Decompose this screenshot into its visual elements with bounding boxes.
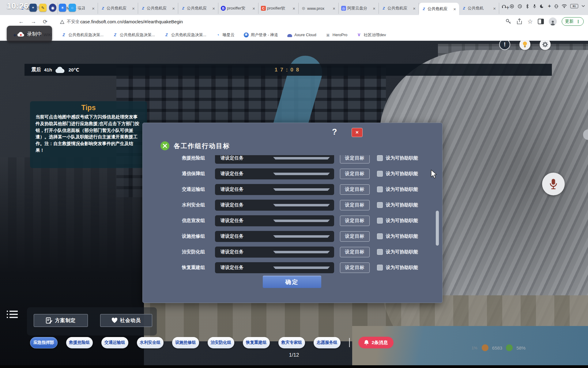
assist-checkbox[interactable]	[377, 218, 383, 224]
assist-checkbox[interactable]	[377, 265, 383, 270]
tab-close-icon[interactable]: ×	[131, 6, 135, 11]
task-dropdown[interactable]: 请设定任务	[215, 231, 334, 242]
task-dropdown[interactable]: 请设定任务	[215, 215, 334, 226]
bulb-icon[interactable]: ☀	[59, 4, 66, 12]
close-button[interactable]: ×	[352, 128, 363, 137]
set-target-button[interactable]: 设定目标	[340, 169, 370, 179]
department-button[interactable]: 水利安全组	[137, 337, 164, 348]
dialog-scrollbar[interactable]	[436, 211, 439, 246]
update-button[interactable]: 更新 ⋮	[562, 17, 584, 26]
avatar[interactable]	[549, 17, 557, 25]
forward-icon[interactable]: →	[31, 18, 36, 25]
tab-close-icon[interactable]: ×	[412, 6, 416, 11]
reload-icon[interactable]: ⟳	[43, 18, 47, 25]
bookmark-item[interactable]: 公共危机应急决策...	[164, 32, 206, 38]
assist-checkbox[interactable]	[377, 186, 383, 192]
set-target-button[interactable]: 设定目标	[340, 184, 370, 195]
url-text[interactable]: case.findsoft.com.cn/damocles/#/earthqua…	[80, 19, 183, 24]
task-dropdown[interactable]: 请设定任务	[215, 262, 334, 273]
set-target-button[interactable]: 设定目标	[340, 200, 370, 210]
tab-close-icon[interactable]: ×	[492, 6, 496, 11]
department-button[interactable]: 救援抢险组	[66, 337, 93, 348]
browser-tab[interactable]: proxifier软×	[258, 3, 299, 14]
assist-checkbox[interactable]	[377, 249, 383, 255]
bookmark-item[interactable]: 喰星云	[216, 32, 235, 38]
browser-tab[interactable]: 阿里云盘分×	[339, 3, 379, 14]
assist-checkbox[interactable]	[377, 171, 383, 177]
search-icon[interactable]: ○	[69, 4, 76, 12]
department-button[interactable]: 救灾专家组	[278, 337, 305, 348]
key-icon[interactable]	[505, 18, 511, 25]
tab-close-icon[interactable]: ×	[91, 6, 95, 11]
side-panel-icon[interactable]	[538, 19, 544, 24]
tab-close-icon[interactable]: ×	[252, 6, 256, 11]
browser-tab[interactable]: 公共危机应×	[379, 3, 419, 14]
share-icon[interactable]	[516, 18, 522, 25]
headphones-icon[interactable]	[502, 4, 506, 9]
browser-tab[interactable]: www.prox×	[299, 3, 339, 14]
tab-close-icon[interactable]: ×	[292, 6, 296, 11]
set-target-button[interactable]: 设定目标	[340, 263, 370, 273]
department-button[interactable]: 志愿服务组	[314, 337, 341, 348]
bookmark-item[interactable]: 用户登录 - 禅道	[244, 32, 278, 38]
pencil-icon[interactable]: ✎	[39, 4, 47, 12]
assist-checkbox[interactable]	[377, 202, 383, 208]
plan-button[interactable]: 方案制定	[34, 314, 88, 327]
task-dropdown[interactable]: 请设定任务	[215, 247, 334, 258]
globe-icon[interactable]: ◉	[49, 4, 56, 12]
microphone-button[interactable]	[542, 173, 565, 195]
recording-widget[interactable]: 录制中	[7, 26, 52, 42]
department-button[interactable]: 交通运输组	[101, 337, 128, 348]
help-button[interactable]: ?	[332, 127, 337, 137]
tab-close-icon[interactable]: ×	[332, 6, 336, 11]
wifi-icon[interactable]	[562, 4, 567, 8]
tab-close-icon[interactable]: ×	[372, 6, 376, 11]
moon-icon[interactable]	[540, 4, 545, 9]
browser-tab[interactable]: 公共危机应×	[98, 3, 138, 14]
bookmark-item[interactable]: HeroPro	[326, 33, 347, 37]
browser-tab[interactable]: proxiffer安×	[218, 3, 258, 14]
department-button[interactable]: 治安防化组	[208, 337, 235, 348]
mobilize-button[interactable]: 社会动员	[100, 314, 152, 327]
game-viewport[interactable]: 震后 41h 20℃ 17:08 ! Tips 当前可点击地图中感叹号或下方闪烁…	[0, 41, 588, 368]
binoculars-icon[interactable]: ⌖	[29, 4, 37, 12]
set-target-button[interactable]: 设定目标	[340, 155, 370, 163]
tab-close-icon[interactable]: ×	[453, 6, 457, 12]
layers-menu-icon[interactable]	[7, 311, 18, 320]
mic-icon[interactable]	[533, 4, 537, 9]
assist-checkbox[interactable]	[377, 155, 383, 161]
browser-tab[interactable]: 公共危机应×	[138, 3, 178, 14]
task-dropdown[interactable]: 请设定任务	[215, 168, 334, 179]
tab-close-icon[interactable]: ×	[172, 6, 175, 11]
tab-close-icon[interactable]: ×	[212, 6, 216, 11]
chevron-icon[interactable]	[582, 5, 585, 7]
hint-bulb-button[interactable]	[519, 41, 530, 50]
bookmark-item[interactable]: Axure Cloud	[287, 33, 316, 37]
security-indicator[interactable]: 不安全 |	[60, 19, 83, 25]
settings-button[interactable]	[540, 41, 551, 50]
bookmark-star-icon[interactable]: ☆	[527, 18, 533, 25]
bookmark-item[interactable]: 公共危机应急决策...	[113, 32, 155, 38]
browser-tab[interactable]: 公共危机应×	[178, 3, 218, 14]
messages-button[interactable]: 2条消息	[358, 337, 394, 348]
bluetooth-icon[interactable]	[526, 4, 529, 9]
department-button[interactable]: 设施抢修组	[172, 337, 199, 348]
browser-tab[interactable]: 公共危机应×	[419, 3, 459, 15]
set-target-button[interactable]: 设定目标	[340, 247, 370, 257]
alert-button[interactable]: !	[499, 41, 510, 50]
department-button[interactable]: 应急指挥部	[30, 337, 58, 348]
plus-icon[interactable]: +	[548, 3, 551, 9]
task-dropdown[interactable]: 请设定任务	[215, 184, 334, 195]
more-icon[interactable]: ···	[78, 5, 83, 10]
vibrate-icon[interactable]	[554, 4, 558, 9]
menu-dots-icon[interactable]: ⋮	[576, 19, 580, 24]
assist-checkbox[interactable]	[377, 233, 383, 239]
back-icon[interactable]: ←	[18, 18, 24, 25]
task-dropdown[interactable]: 请设定任务	[215, 200, 334, 211]
department-button[interactable]: 恢复重建组	[243, 337, 270, 348]
task-dropdown[interactable]: 请设定任务	[215, 155, 334, 164]
set-target-button[interactable]: 设定目标	[340, 216, 370, 226]
clock-icon[interactable]	[518, 4, 522, 9]
bookmark-item[interactable]: 公共危机应急决策...	[61, 32, 104, 38]
set-target-button[interactable]: 设定目标	[340, 231, 370, 242]
